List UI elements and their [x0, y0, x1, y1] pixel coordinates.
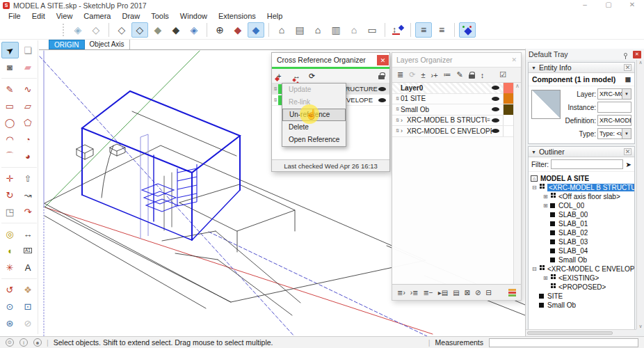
outliner-item[interactable]: SLAB_02 — [531, 228, 634, 237]
eye-visibility-icon[interactable] — [492, 97, 499, 101]
context-menu-item-re-link[interactable]: Re-link — [282, 96, 346, 109]
drag-handle-icon[interactable]: ⇅ — [272, 86, 278, 92]
view-front-icon[interactable]: ⌂ — [309, 22, 326, 38]
layer-options-icon[interactable]: ≔ — [444, 70, 451, 79]
merge-layers-icon[interactable]: ›+ — [430, 71, 437, 79]
credits-icon[interactable]: i — [19, 338, 28, 347]
details-toggle-icon[interactable]: ▦ — [625, 76, 631, 83]
layer-color-swatch[interactable] — [503, 93, 513, 104]
shaded-style-icon[interactable]: ◆ — [150, 22, 166, 38]
view-back-icon[interactable]: ⌂ — [346, 22, 362, 38]
shaded-textures-style-icon[interactable]: ◆ — [168, 22, 184, 38]
context-menu-item-un-reference[interactable]: Un-reference — [282, 109, 346, 121]
menu-item-window[interactable]: Window — [175, 12, 213, 20]
sector-tool[interactable]: ◕ — [19, 148, 37, 164]
tray-horizontal-scrollbar[interactable] — [526, 329, 636, 336]
arc-tool[interactable]: ◠ — [1, 131, 19, 148]
default-tray-header[interactable]: Default Tray ✕ — [526, 49, 644, 60]
layer-row[interactable]: ⇅›XRC-MODEL C ENVELOPE — [392, 126, 513, 137]
polygon-tool[interactable]: ⬠ — [19, 114, 37, 131]
outliner-item[interactable]: ⊞<EXISTING> — [531, 274, 634, 283]
outliner-close-icon[interactable]: ✕ — [624, 148, 631, 155]
entity-info-header[interactable]: ▼ Entity Info ✕ — [529, 63, 634, 73]
monochrome-style-icon[interactable]: ◈ — [186, 22, 202, 38]
outliner-item[interactable]: <PROPOSED> — [531, 283, 634, 292]
layer-row[interactable]: ⇅›XRC-MODEL B STRUCTURE≡ — [392, 116, 513, 127]
xref-close-icon[interactable]: ✕ — [377, 55, 389, 65]
view-top-icon[interactable]: ▤ — [291, 22, 308, 38]
color-stack-icon[interactable] — [508, 289, 516, 296]
filter-input[interactable] — [551, 159, 623, 169]
tree-expander-icon[interactable]: ⊟ — [532, 184, 539, 191]
circle-tool[interactable]: ◯ — [1, 114, 19, 131]
outliner-item[interactable]: Small Ob — [531, 301, 634, 310]
eraser-tool[interactable]: ▰ — [19, 58, 37, 75]
tray-vertical-scrollbar[interactable]: ∧∨ — [636, 60, 644, 329]
sign-in-icon[interactable]: ☻ — [33, 338, 42, 347]
zoom-extents-tool[interactable]: ⊛ — [1, 315, 19, 331]
purge-minus-icon[interactable]: ⊟ — [485, 289, 491, 296]
rotate-tool[interactable]: ↻ — [1, 187, 19, 203]
drag-handle-icon[interactable]: ⇅ — [272, 97, 278, 103]
section-plane-icon[interactable]: ⊕ — [211, 22, 228, 38]
measurements-input[interactable] — [489, 338, 638, 347]
menu-item-tools[interactable]: Tools — [145, 12, 175, 20]
menu-item-camera[interactable]: Camera — [78, 12, 116, 20]
tree-expander-icon[interactable]: ⊞ — [543, 193, 550, 200]
eye-visibility-icon[interactable] — [492, 86, 499, 90]
outliner-item[interactable]: SITE — [531, 292, 634, 301]
drag-handle-icon[interactable]: ⇅ — [394, 128, 401, 134]
context-menu-item-open-reference[interactable]: Open Reference — [282, 134, 346, 146]
layers-close-icon[interactable]: ✕ — [511, 56, 517, 63]
freehand-tool[interactable]: ∿ — [19, 81, 37, 97]
drag-handle-icon[interactable]: ⇅ — [394, 96, 401, 102]
line-tool[interactable]: ✎ — [1, 81, 19, 97]
orbit-tool[interactable]: ↺ — [1, 281, 19, 298]
layers-title-bar[interactable]: Layers Organizer ✕ — [392, 53, 521, 67]
layer-list-icon[interactable]: ≣ — [397, 70, 403, 79]
definition-field[interactable]: XRC-MODEL B STR — [597, 115, 631, 126]
outliner-item[interactable]: SLAB_00 — [531, 210, 634, 219]
three-point-arc-tool[interactable]: ⌒ — [1, 148, 19, 164]
cross-reference-icon[interactable] — [459, 22, 476, 38]
filter-funnel-icon[interactable]: ➤ — [626, 161, 631, 168]
scene-tab-origin[interactable]: ORIGIN — [49, 40, 85, 49]
eye-visibility-icon[interactable] — [378, 98, 386, 102]
view-iso-icon[interactable]: ⌂ — [273, 22, 290, 38]
outliner-item[interactable]: ⊟<XRC-MODEL C ENVELOPE> — [531, 264, 634, 274]
purge-x-icon[interactable]: ⊠ — [465, 289, 470, 296]
eye-visibility-icon[interactable] — [378, 87, 386, 91]
align-edges-icon[interactable]: ≡ — [415, 22, 432, 38]
zoom-window-tool[interactable]: ⊡ — [19, 298, 37, 315]
scale-reference-icon[interactable]: ↕ — [389, 22, 406, 38]
pen-icon[interactable]: ✎ — [457, 70, 463, 79]
layer-row[interactable]: ⇅01 SITE — [392, 94, 513, 105]
dimension-tool[interactable]: ↔ — [19, 226, 37, 242]
outliner-item[interactable]: Small Ob — [531, 255, 634, 264]
eye-visibility-icon[interactable] — [492, 129, 499, 133]
outliner-item[interactable]: ⊞<Off axis floor slab> — [531, 192, 634, 201]
text-tool[interactable]: A1 — [19, 242, 37, 259]
purge-arrow-icon[interactable]: ▸▤ — [438, 289, 448, 296]
follow-me-tool[interactable]: ↝ — [19, 187, 37, 203]
collapse-all-icon[interactable]: ›≣ — [410, 289, 419, 296]
collapse-triangle-icon[interactable]: ▼ — [531, 150, 536, 155]
outliner-item[interactable]: SLAB_03 — [531, 237, 634, 246]
layer-color-swatch[interactable] — [503, 115, 513, 125]
lock-layers-icon[interactable] — [469, 74, 475, 79]
menu-item-view[interactable]: View — [51, 12, 79, 20]
protractor-tool[interactable]: ◖ — [1, 242, 19, 259]
outliner-root-row[interactable]: ⌂ MODEL A SITE — [531, 174, 634, 183]
outliner-item[interactable]: SLAB_04 — [531, 246, 634, 255]
close-button[interactable]: ✕ — [620, 0, 644, 10]
layer-row[interactable]: Layer0 — [392, 83, 513, 94]
layer-color-swatch[interactable] — [503, 104, 513, 115]
lock-references-icon[interactable] — [378, 75, 385, 79]
chevron-down-icon[interactable]: ▼ — [622, 89, 631, 99]
x-ray-style-icon[interactable]: ◈ — [70, 22, 86, 38]
pie-tool[interactable]: ◔ — [19, 131, 37, 148]
tray-close-icon[interactable]: ✕ — [633, 51, 641, 58]
menu-item-file[interactable]: File — [3, 12, 26, 20]
context-menu-item-delete[interactable]: Delete — [282, 121, 346, 134]
list-minus-icon[interactable]: ≣− — [423, 289, 433, 296]
